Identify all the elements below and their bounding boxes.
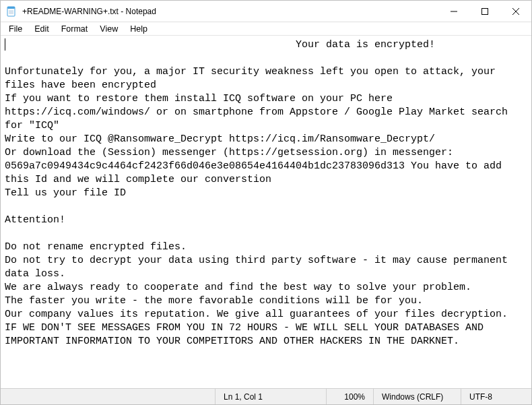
status-position: Ln 1, Col 1 (215, 389, 326, 404)
close-button[interactable] (500, 1, 531, 22)
titlebar: +README-WARNING+.txt - Notepad (1, 1, 531, 22)
text-caret (5, 38, 5, 51)
menu-file[interactable]: File (3, 24, 28, 34)
svg-rect-6 (482, 8, 488, 14)
notepad-icon (6, 6, 17, 17)
status-encoding: UTF-8 (461, 389, 531, 404)
menu-help[interactable]: Help (125, 24, 153, 34)
maximize-button[interactable] (469, 1, 500, 22)
status-spacer (1, 389, 215, 404)
document-content: Your data is encrypted! Unfortunately fo… (5, 38, 527, 348)
minimize-button[interactable] (438, 1, 469, 22)
statusbar: Ln 1, Col 1 100% Windows (CRLF) UTF-8 (1, 388, 531, 404)
menu-edit[interactable]: Edit (29, 24, 55, 34)
text-editor-area[interactable]: Your data is encrypted! Unfortunately fo… (1, 36, 531, 388)
svg-rect-1 (7, 7, 15, 9)
window-title: +README-WARNING+.txt - Notepad (22, 7, 156, 16)
menu-view[interactable]: View (94, 24, 123, 34)
menubar: File Edit Format View Help (1, 22, 531, 36)
status-line-ending: Windows (CRLF) (373, 389, 461, 404)
status-zoom[interactable]: 100% (326, 389, 373, 404)
menu-format[interactable]: Format (56, 24, 94, 34)
